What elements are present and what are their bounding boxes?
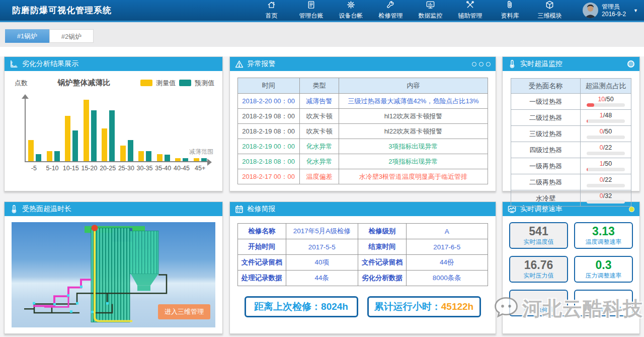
rate-label: 温度调整速率 xyxy=(586,238,622,246)
progress-track xyxy=(587,200,625,204)
bar xyxy=(109,110,115,161)
progress-fill xyxy=(587,168,588,171)
maintenance-value: 44份 xyxy=(407,255,488,271)
alarm-row: 2018-2-20 00：00减薄告警三级过热器最大减薄值42%，危险点占比13… xyxy=(237,94,488,109)
panel-rates: 实时调整速率 541实时温度值3.13温度调整速率16.76实时压力值0.3压力… xyxy=(502,201,640,334)
alarm-cell-type: 温度偏差 xyxy=(299,169,339,184)
panel-title: 检修简报 xyxy=(248,205,276,214)
maintenance-label: 开始时间 xyxy=(237,239,286,255)
bar xyxy=(91,110,97,161)
nav-item-tools[interactable]: 辅助管理 xyxy=(450,0,490,21)
bar xyxy=(120,146,126,161)
chart-x-ticks: -55-1010-1515-2020-2525-3030-3535-4040-4… xyxy=(25,165,209,172)
bar xyxy=(72,130,78,161)
overtemp-ratio: 10/50 xyxy=(587,96,625,103)
cube-icon xyxy=(545,0,554,11)
nav-item-ledger[interactable]: 管理台账 xyxy=(291,0,331,21)
overtemp-ratio-cell: 1/50 xyxy=(581,158,631,174)
overtemp-table-header: 受热面名称超温测点占比 xyxy=(511,79,631,94)
nav-item-label: 三维模块 xyxy=(538,12,562,20)
overtemp-ratio-cell: 0/22 xyxy=(581,142,631,158)
x-tick: 20-25 xyxy=(99,165,117,172)
caret-down-icon[interactable]: ▼ xyxy=(633,8,638,13)
panel-maintenance: 检修简报 检修名称2017年5月A级检修检修级别A开始时间2017-5-5结束时… xyxy=(229,201,496,334)
panel-alarm: 异常报警 时间类型内容 2018-2-20 00：00减薄告警三级过热器最大减薄… xyxy=(229,56,496,191)
panel-title: 实时超温监控 xyxy=(520,59,562,69)
overtemp-row: 一级再热器1/50 xyxy=(511,158,631,174)
enter-3d-button[interactable]: 进入三维管理 xyxy=(158,304,210,319)
maintenance-table: 检修名称2017年5月A级检修检修级别A开始时间2017-5-5结束时间2017… xyxy=(237,223,488,286)
overtemp-ratio: 1/48 xyxy=(587,112,625,119)
bar-group-35-40 xyxy=(154,97,173,161)
rate-card-3: 16.76实时压力值 xyxy=(509,256,568,283)
progress-track xyxy=(587,184,625,187)
surface-name: 水冷壁 xyxy=(511,190,581,207)
rate-value: 3.13 xyxy=(592,225,615,237)
bar-group-20-25 xyxy=(99,97,118,161)
progress-track xyxy=(587,136,625,139)
overtemp-column-header: 超温测点占比 xyxy=(581,79,631,94)
legend-swatch xyxy=(179,80,191,86)
overtemp-ratio: 0/22 xyxy=(587,144,625,151)
panel-dot-icon[interactable] xyxy=(479,62,484,66)
rate-card-4: 0.3压力调整速率 xyxy=(574,256,633,283)
panel-dot-icon[interactable] xyxy=(486,62,491,66)
chart-legend: 测量值预测值 xyxy=(140,79,214,88)
maintenance-label: 结束时间 xyxy=(358,239,406,255)
bar-group-25-30 xyxy=(118,97,136,161)
nav-item-gear[interactable]: 设备台帐 xyxy=(331,0,371,21)
maintenance-button-1[interactable]: 距离上次检修：8024h xyxy=(245,296,358,317)
boiler-3d-view[interactable]: 进入三维管理 xyxy=(12,222,215,327)
bar xyxy=(84,100,89,161)
maintenance-value: 2017-6-5 xyxy=(407,239,488,255)
bar xyxy=(36,154,41,161)
maintenance-value: 8000条条 xyxy=(407,271,488,286)
alarm-cell-type: 减薄告警 xyxy=(299,94,339,109)
overtemp-ratio: 0/22 xyxy=(587,176,625,183)
panel-dot-icon[interactable] xyxy=(472,62,476,66)
alarm-column-header: 类型 xyxy=(299,78,339,94)
chart-y-label: 点数 xyxy=(15,79,28,88)
button-value: 45122h xyxy=(441,301,473,312)
maintenance-label: 处理记录数据 xyxy=(237,271,286,286)
maintenance-value: 40项 xyxy=(286,255,358,271)
surface-name: 二级过热器 xyxy=(511,110,581,126)
alarm-column-header: 时间 xyxy=(237,78,299,94)
overtemp-row: 一级过热器10/50 xyxy=(511,94,631,110)
panel-title: 劣化分析结果展示 xyxy=(22,59,78,69)
nav-item-label: 设备台帐 xyxy=(339,12,363,20)
bar xyxy=(102,128,107,161)
maintenance-label: 文件记录留档 xyxy=(237,255,286,271)
maintenance-label: 文件记录留档 xyxy=(358,255,406,271)
bar-group-30-35 xyxy=(136,97,154,161)
rate-label: 压力调整速率 xyxy=(586,272,622,280)
x-tick: 35-40 xyxy=(154,165,173,172)
bar-group-10-15 xyxy=(62,97,81,161)
monitor-icon xyxy=(426,0,435,11)
alarm-cell-type: 吹灰卡顿 xyxy=(299,109,339,124)
overtemp-row: 三级过热器0/50 xyxy=(511,126,631,142)
nav-item-label: 辅助管理 xyxy=(458,12,482,20)
total-count: /22 xyxy=(603,144,612,151)
nav-item-wrench[interactable]: 检修管理 xyxy=(371,0,411,21)
user-name: 管理员 xyxy=(602,3,626,11)
maintenance-value: 2017年5月A级检修 xyxy=(286,224,358,239)
panel-title: 异常报警 xyxy=(248,59,276,69)
nav-item-home[interactable]: 首页 xyxy=(252,0,291,21)
nav-item-cube[interactable]: 三维模块 xyxy=(530,0,570,21)
nav-item-paperclip[interactable]: 资料库 xyxy=(490,0,530,21)
user-date: 2016-9-2 xyxy=(602,11,626,18)
overtemp-ratio-cell: 0/22 xyxy=(581,174,631,190)
overtemp-ratio-cell: 10/50 xyxy=(581,94,631,110)
bar xyxy=(28,140,34,161)
progress-track xyxy=(587,119,625,123)
tab-boiler-1[interactable]: #1锅炉 xyxy=(5,29,49,43)
nav-item-monitor[interactable]: 数据监控 xyxy=(411,0,450,21)
x-tick: 25-30 xyxy=(117,165,136,172)
alarm-cell-type: 化水异常 xyxy=(299,154,339,169)
maintenance-button-2[interactable]: 累计运行小时：45122h xyxy=(367,296,481,317)
user-menu[interactable]: 管理员 2016-9-2 ▼ xyxy=(583,3,638,18)
maintenance-row: 文件记录留档40项文件记录留档44份 xyxy=(237,255,488,271)
tab-boiler-2[interactable]: #2锅炉 xyxy=(49,29,94,43)
overtemp-ratio: 0/32 xyxy=(587,192,625,199)
